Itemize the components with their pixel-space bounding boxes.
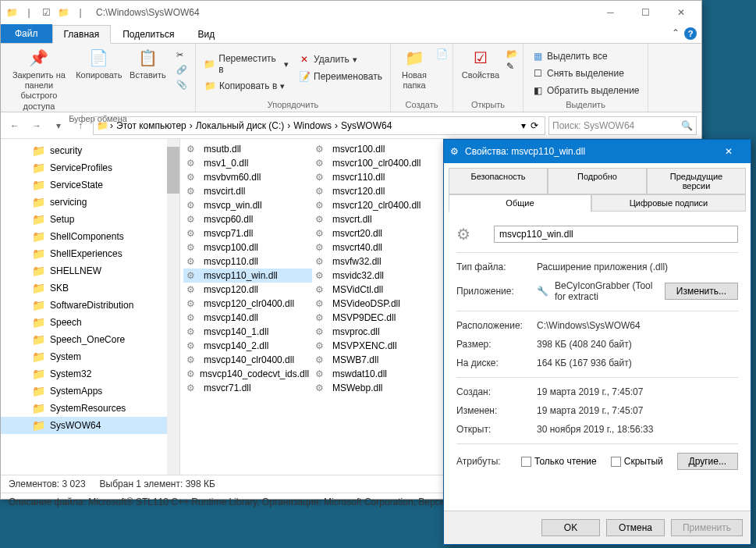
- file-item[interactable]: ⚙msvbvm60.dll: [183, 170, 312, 184]
- tab-file[interactable]: Файл: [1, 24, 52, 43]
- file-item[interactable]: ⚙mswdat10.dll: [312, 367, 441, 381]
- search-input[interactable]: Поиск: SysWOW64 🔍: [548, 116, 697, 135]
- file-item[interactable]: ⚙MSWB7.dll: [312, 353, 441, 367]
- ok-button[interactable]: OK: [541, 519, 600, 536]
- sidebar-item-security[interactable]: 📁security: [1, 142, 179, 159]
- file-item[interactable]: ⚙msvcr100_clr0400.dll: [312, 156, 441, 170]
- file-item[interactable]: ⚙MSVP9DEC.dll: [312, 311, 441, 325]
- props-close-button[interactable]: ✕: [713, 140, 744, 163]
- tab-digsig[interactable]: Цифровые подписи: [591, 194, 746, 212]
- properties-button[interactable]: ☑ Свойства: [458, 45, 503, 82]
- file-item[interactable]: ⚙msvcp140_codecvt_ids.dll: [183, 367, 312, 381]
- select-none-button[interactable]: ☐Снять выделение: [528, 66, 643, 81]
- sidebar-item-speech[interactable]: 📁Speech: [1, 314, 179, 331]
- file-item[interactable]: ⚙msvcp_win.dll: [183, 198, 312, 212]
- file-item[interactable]: ⚙msvidc32.dll: [312, 269, 441, 283]
- other-attr-button[interactable]: Другие...: [677, 453, 738, 470]
- crumb-drive[interactable]: Локальный диск (C:): [194, 120, 286, 131]
- sidebar-item-shellcomponents[interactable]: 📁ShellComponents: [1, 228, 179, 245]
- file-item[interactable]: ⚙msvcrt20.dll: [312, 226, 441, 240]
- delete-button[interactable]: ✕Удалить ▾: [295, 52, 385, 67]
- crumb-folder[interactable]: SysWOW64: [339, 120, 393, 131]
- new-folder-button[interactable]: 📁 Новая папка: [396, 45, 433, 92]
- close-button[interactable]: ✕: [663, 1, 698, 24]
- file-item[interactable]: ⚙msvcp140_1.dll: [183, 325, 312, 339]
- maximize-button[interactable]: ☐: [628, 1, 663, 24]
- file-item[interactable]: ⚙msvcp110_win.dll: [183, 269, 312, 283]
- open-icon[interactable]: 📂: [506, 48, 518, 59]
- sidebar-item-system[interactable]: 📁System: [1, 348, 179, 365]
- file-item[interactable]: ⚙msv1_0.dll: [183, 156, 312, 170]
- ribbon-collapse-icon[interactable]: ⌃: [672, 27, 680, 40]
- file-item[interactable]: ⚙msvcp140_clr0400.dll: [183, 353, 312, 367]
- readonly-checkbox[interactable]: Только чтение: [521, 456, 597, 467]
- file-item[interactable]: ⚙msvproc.dll: [312, 325, 441, 339]
- change-app-button[interactable]: Изменить...: [665, 283, 738, 300]
- addressbar[interactable]: 📁 › Этот компьютер › Локальный диск (C:)…: [93, 116, 545, 135]
- file-item[interactable]: ⚙msvcrt40.dll: [312, 240, 441, 254]
- tab-view[interactable]: Вид: [186, 24, 226, 43]
- sidebar-item-speech_onecore[interactable]: 📁Speech_OneCore: [1, 331, 179, 348]
- props-filename-input[interactable]: [494, 226, 738, 243]
- sidebar-item-systemresources[interactable]: 📁SystemResources: [1, 400, 179, 417]
- help-icon[interactable]: ?: [684, 27, 697, 40]
- copy-button[interactable]: 📄 Копировать: [76, 45, 122, 82]
- cut-icon[interactable]: ✂: [173, 48, 190, 62]
- sidebar-item-syswow64[interactable]: 📁SysWOW64: [1, 417, 179, 434]
- sidebar-item-servicing[interactable]: 📁servicing: [1, 194, 179, 211]
- file-item[interactable]: ⚙MSWebp.dll: [312, 381, 441, 395]
- file-item[interactable]: ⚙MSVPXENC.dll: [312, 339, 441, 353]
- crumb-thispc[interactable]: Этот компьютер: [115, 120, 188, 131]
- copy-to-button[interactable]: 📁Копировать в ▾: [201, 78, 292, 94]
- tab-security[interactable]: Безопасность: [449, 168, 548, 194]
- newitem-icon[interactable]: 📄: [436, 48, 448, 59]
- file-item[interactable]: ⚙msvcp60.dll: [183, 212, 312, 226]
- qat-folder2-icon[interactable]: 📁: [55, 5, 71, 20]
- addr-dropdown-icon[interactable]: ▾: [521, 120, 526, 131]
- move-to-button[interactable]: 📁Переместить в ▾: [201, 52, 292, 77]
- file-item[interactable]: ⚙msvcrt.dll: [312, 212, 441, 226]
- sidebar[interactable]: 📁security📁ServiceProfiles📁ServiceState📁s…: [1, 139, 180, 475]
- sidebar-item-serviceprofiles[interactable]: 📁ServiceProfiles: [1, 159, 179, 176]
- file-item[interactable]: ⚙msutb.dll: [183, 142, 312, 156]
- copypath-icon[interactable]: 🔗: [173, 63, 190, 77]
- sidebar-item-system32[interactable]: 📁System32: [1, 365, 179, 383]
- sidebar-item-softwaredistribution[interactable]: 📁SoftwareDistribution: [1, 297, 179, 314]
- file-item[interactable]: ⚙msvcp100.dll: [183, 240, 312, 254]
- sidebar-item-shellexperiences[interactable]: 📁ShellExperiences: [1, 245, 179, 262]
- nav-back-button[interactable]: ←: [5, 116, 24, 135]
- sidebar-item-setup[interactable]: 📁Setup: [1, 211, 179, 228]
- file-item[interactable]: ⚙msvcp140_2.dll: [183, 339, 312, 353]
- file-item[interactable]: ⚙msvcr71.dll: [183, 381, 312, 395]
- edit-icon[interactable]: ✎: [506, 61, 518, 72]
- file-item[interactable]: ⚙msvcp110.dll: [183, 254, 312, 269]
- folder-qat-icon[interactable]: 📁: [4, 5, 20, 20]
- tab-share[interactable]: Поделиться: [111, 24, 186, 43]
- file-item[interactable]: ⚙msvcr100.dll: [312, 142, 441, 156]
- apply-button[interactable]: Применить: [671, 519, 743, 536]
- sidebar-item-systemapps[interactable]: 📁SystemApps: [1, 383, 179, 400]
- tab-prev-versions[interactable]: Предыдущие версии: [647, 168, 746, 194]
- sidebar-item-shellnew[interactable]: 📁SHELLNEW: [1, 262, 179, 279]
- file-item[interactable]: ⚙msvcp120.dll: [183, 283, 312, 297]
- file-item[interactable]: ⚙MSVideoDSP.dll: [312, 297, 441, 311]
- sidebar-item-servicestate[interactable]: 📁ServiceState: [1, 176, 179, 194]
- file-item[interactable]: ⚙msvcr120_clr0400.dll: [312, 198, 441, 212]
- nav-history-button[interactable]: ▾: [49, 116, 68, 135]
- rename-button[interactable]: 📝Переименовать: [295, 69, 385, 84]
- paste-button[interactable]: 📋 Вставить: [126, 45, 170, 82]
- tab-home[interactable]: Главная: [52, 25, 112, 44]
- minimize-button[interactable]: ─: [593, 1, 628, 24]
- addr-refresh-icon[interactable]: ⟳: [527, 120, 541, 131]
- qat-props-icon[interactable]: ☑: [38, 5, 54, 20]
- tab-general[interactable]: Общие: [449, 194, 591, 212]
- props-titlebar[interactable]: ⚙ Свойства: msvcp110_win.dll ✕: [444, 140, 751, 163]
- file-item[interactable]: ⚙msvcirt.dll: [183, 184, 312, 198]
- file-item[interactable]: ⚙msvcr110.dll: [312, 170, 441, 184]
- file-item[interactable]: ⚙msvcp71.dll: [183, 226, 312, 240]
- crumb-windows[interactable]: Windows: [292, 120, 333, 131]
- tab-details[interactable]: Подробно: [548, 168, 647, 194]
- sidebar-scrollbar[interactable]: [167, 139, 179, 475]
- sidebar-item-skb[interactable]: 📁SKB: [1, 279, 179, 297]
- pasteshort-icon[interactable]: 📎: [173, 78, 190, 91]
